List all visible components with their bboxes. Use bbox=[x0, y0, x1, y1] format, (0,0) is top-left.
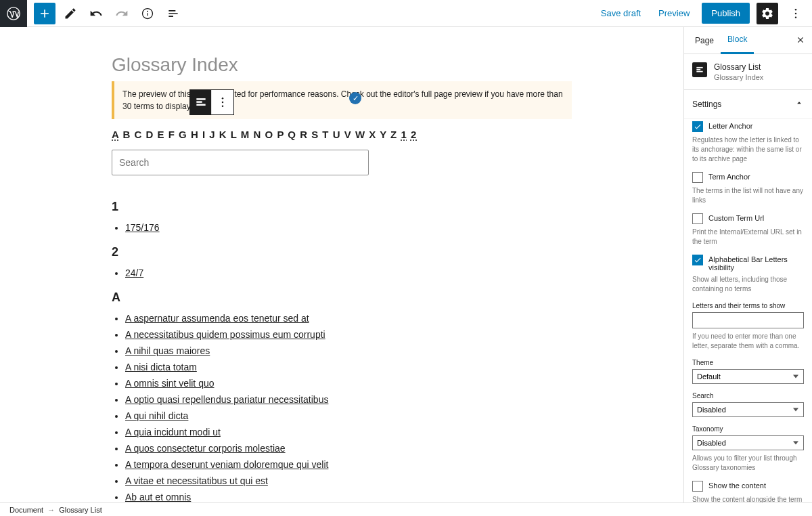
term-link[interactable]: A vitae et necessitatibus ut qui est bbox=[125, 475, 268, 486]
alpha-letter-T[interactable]: T bbox=[322, 129, 329, 140]
term-link[interactable]: A tempora deserunt veniam doloremque qui… bbox=[125, 459, 328, 470]
block-type-button[interactable] bbox=[190, 90, 212, 114]
svg-rect-15 bbox=[696, 71, 702, 72]
outline-button[interactable] bbox=[162, 3, 184, 24]
block-icon bbox=[692, 62, 707, 77]
search-select[interactable]: Disabled bbox=[692, 402, 804, 417]
editor-canvas[interactable]: ✓ Glossary Index The preview of this blo… bbox=[0, 27, 683, 502]
alpha-letter-F[interactable]: F bbox=[168, 129, 175, 140]
svg-point-5 bbox=[795, 12, 797, 14]
section-heading: A bbox=[112, 291, 572, 305]
redo-button[interactable] bbox=[111, 3, 133, 24]
publish-button[interactable]: Publish bbox=[702, 3, 750, 24]
taxonomy-label: Taxonomy bbox=[692, 425, 804, 433]
alpha-letter-I[interactable]: I bbox=[202, 129, 206, 140]
term-anchor-checkbox[interactable] bbox=[692, 172, 703, 183]
save-draft-button[interactable]: Save draft bbox=[595, 4, 646, 22]
breadcrumb: Document → Glossary List bbox=[0, 502, 812, 516]
alpha-letter-S[interactable]: S bbox=[311, 129, 319, 140]
list-item: 175/176 bbox=[125, 219, 572, 236]
alpha-letter-B[interactable]: B bbox=[122, 129, 131, 140]
term-link[interactable]: A quos consectetur corporis molestiae bbox=[125, 443, 286, 454]
term-link[interactable]: Ab aut et omnis bbox=[125, 492, 191, 502]
edit-mode-button[interactable] bbox=[60, 3, 81, 24]
list-item: A aspernatur assumenda eos tenetur sed a… bbox=[125, 310, 572, 326]
term-link[interactable]: 24/7 bbox=[125, 267, 143, 278]
alpha-letter-G[interactable]: G bbox=[179, 129, 187, 140]
list-item: A vitae et necessitatibus ut qui est bbox=[125, 473, 572, 489]
list-item: 24/7 bbox=[125, 265, 572, 281]
letters-field-input[interactable] bbox=[692, 312, 804, 328]
panel-settings-toggle[interactable]: Settings bbox=[684, 90, 812, 119]
term-link[interactable]: A necessitatibus quidem possimus eum cor… bbox=[125, 329, 325, 340]
alpha-letter-1[interactable]: 1 bbox=[401, 129, 407, 140]
svg-rect-13 bbox=[696, 67, 702, 68]
alpha-letter-H[interactable]: H bbox=[191, 129, 199, 140]
alpha-letter-U[interactable]: U bbox=[333, 129, 341, 140]
alpha-letter-P[interactable]: P bbox=[277, 129, 284, 140]
theme-select[interactable]: Default bbox=[692, 369, 804, 384]
wordpress-logo[interactable] bbox=[0, 0, 27, 27]
breadcrumb-block[interactable]: Glossary List bbox=[59, 506, 102, 514]
block-more-button[interactable] bbox=[212, 90, 233, 114]
page-title[interactable]: Glossary Index bbox=[112, 54, 572, 76]
breadcrumb-document[interactable]: Document bbox=[9, 506, 43, 514]
alpha-letter-C[interactable]: C bbox=[134, 129, 142, 140]
more-options-button[interactable] bbox=[785, 3, 807, 24]
add-block-button[interactable] bbox=[34, 3, 55, 24]
alpha-letter-Q[interactable]: Q bbox=[288, 129, 296, 140]
alpha-visibility-checkbox[interactable] bbox=[692, 255, 703, 265]
preview-button[interactable]: Preview bbox=[653, 4, 695, 22]
topbar: Save draft Preview Publish bbox=[0, 0, 812, 27]
alpha-letter-Y[interactable]: Y bbox=[380, 129, 387, 140]
alpha-letter-M[interactable]: M bbox=[241, 129, 250, 140]
term-list: 24/7 bbox=[112, 265, 572, 281]
taxonomy-select[interactable]: Disabled bbox=[692, 435, 804, 450]
alpha-letter-J[interactable]: J bbox=[209, 129, 215, 140]
svg-point-3 bbox=[148, 11, 148, 12]
settings-button[interactable] bbox=[757, 3, 778, 24]
term-link[interactable]: A optio quasi repellendus pariatur neces… bbox=[125, 394, 328, 405]
tab-block[interactable]: Block bbox=[721, 27, 754, 54]
undo-button[interactable] bbox=[85, 3, 107, 24]
tab-page[interactable]: Page bbox=[688, 27, 721, 54]
settings-sidebar: Page Block Glossary List Glossary Index … bbox=[683, 27, 812, 502]
term-link[interactable]: A aspernatur assumenda eos tenetur sed a… bbox=[125, 313, 309, 324]
alpha-letter-N[interactable]: N bbox=[254, 129, 262, 140]
search-input[interactable] bbox=[112, 150, 369, 175]
block-desc: Glossary Index bbox=[714, 73, 763, 81]
alpha-letter-E[interactable]: E bbox=[158, 129, 165, 140]
svg-point-6 bbox=[795, 16, 797, 18]
term-link[interactable]: A nihil quas maiores bbox=[125, 345, 210, 356]
term-link[interactable]: 175/176 bbox=[125, 222, 160, 233]
term-link[interactable]: A nisi dicta totam bbox=[125, 362, 197, 372]
alpha-letter-D[interactable]: D bbox=[145, 129, 154, 140]
list-item: A optio quasi repellendus pariatur neces… bbox=[125, 391, 572, 408]
alpha-letter-L[interactable]: L bbox=[231, 129, 238, 140]
info-button[interactable] bbox=[137, 3, 158, 24]
alpha-letter-V[interactable]: V bbox=[344, 129, 352, 140]
term-link[interactable]: A omnis sint velit quo bbox=[125, 378, 215, 389]
alpha-letter-Z[interactable]: Z bbox=[390, 129, 397, 140]
term-link[interactable]: A quia incidunt modi ut bbox=[125, 427, 221, 437]
alpha-letter-W[interactable]: W bbox=[355, 129, 365, 140]
alpha-letter-R[interactable]: R bbox=[300, 129, 308, 140]
custom-term-url-checkbox[interactable] bbox=[692, 213, 703, 224]
alpha-letter-K[interactable]: K bbox=[219, 129, 227, 140]
alpha-letter-O[interactable]: O bbox=[265, 129, 274, 140]
performance-notice: The preview of this block is limited for… bbox=[112, 81, 572, 119]
show-content-checkbox[interactable] bbox=[692, 481, 703, 492]
check-badge-icon: ✓ bbox=[349, 92, 361, 104]
close-sidebar-button[interactable] bbox=[793, 33, 808, 49]
glossary-block[interactable]: The preview of this block is limited for… bbox=[112, 81, 572, 502]
block-toolbar bbox=[189, 89, 234, 115]
term-link[interactable]: A qui nihil dicta bbox=[125, 410, 188, 421]
svg-point-11 bbox=[222, 102, 224, 104]
alpha-letter-A[interactable]: A bbox=[112, 129, 119, 140]
search-label: Search bbox=[692, 392, 804, 400]
alpha-letter-2[interactable]: 2 bbox=[411, 129, 417, 140]
alpha-letter-X[interactable]: X bbox=[369, 129, 376, 140]
show-content-label: Show the content bbox=[708, 481, 766, 490]
letter-anchor-checkbox[interactable] bbox=[692, 121, 703, 132]
section-heading: 1 bbox=[112, 200, 572, 214]
